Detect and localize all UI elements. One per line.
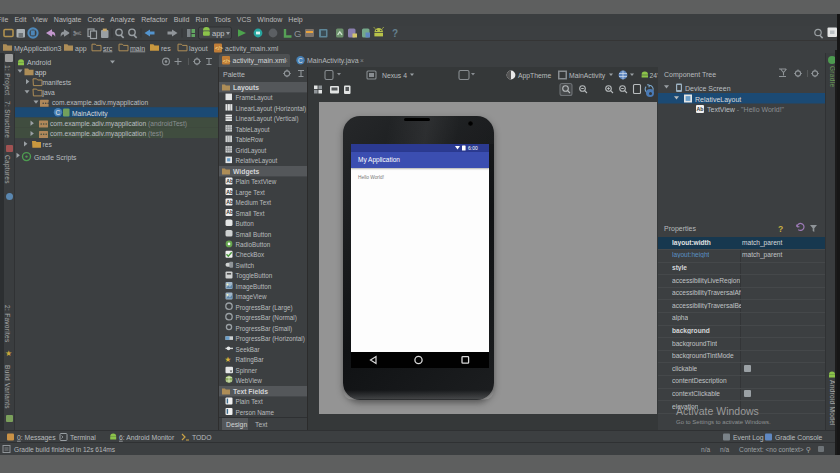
svg-text:G: G [294, 27, 301, 38]
svg-text:Component Tree: Component Tree [664, 71, 716, 79]
svg-text:Nexus 4: Nexus 4 [382, 71, 407, 78]
svg-text:Switch: Switch [236, 261, 255, 268]
svg-text:LinearLayout (Horizontal): LinearLayout (Horizontal) [236, 104, 307, 112]
svg-text:main: main [130, 44, 145, 51]
svg-text:Small Button: Small Button [236, 230, 272, 237]
svg-text:Large Text: Large Text [236, 188, 266, 196]
svg-text:Design: Design [226, 420, 247, 428]
svg-text:MainActivity: MainActivity [569, 71, 606, 79]
svg-text:layout: layout [189, 44, 208, 52]
svg-text:SeekBar: SeekBar [236, 345, 260, 352]
svg-text:src: src [103, 44, 113, 51]
svg-text:ProgressBar (Horizontal): ProgressBar (Horizontal) [236, 335, 305, 343]
svg-text:Event Log: Event Log [733, 434, 764, 442]
svg-text:app: app [35, 69, 46, 77]
svg-text:Layouts: Layouts [233, 83, 259, 91]
svg-text:app: app [75, 44, 87, 52]
svg-text:AppTheme: AppTheme [518, 71, 551, 79]
svg-text:Small Text: Small Text [236, 209, 265, 216]
svg-text:Widgets: Widgets [233, 167, 260, 175]
svg-text:CheckBox: CheckBox [236, 251, 266, 258]
svg-text:ProgressBar (Small): ProgressBar (Small) [236, 324, 293, 332]
svg-text:MyApplication3: MyApplication3 [14, 44, 62, 52]
svg-text:manifests: manifests [43, 79, 72, 86]
svg-text:Text Fields: Text Fields [233, 387, 268, 394]
svg-text:com.example.adiv.myapplication: com.example.adiv.myapplication (androidT… [50, 120, 187, 128]
svg-text:MainActivity: MainActivity [72, 110, 108, 118]
svg-text:ImageView: ImageView [236, 293, 267, 301]
svg-text:Ab: Ab [226, 209, 233, 215]
svg-text:6: Android Monitor: 6: Android Monitor [119, 434, 175, 441]
svg-text:</>: </> [223, 58, 231, 64]
svg-text:Medium Text: Medium Text [236, 199, 272, 206]
svg-text:×: × [284, 57, 288, 64]
svg-text:TODO: TODO [192, 434, 212, 441]
svg-text:GridLayout: GridLayout [236, 146, 267, 154]
svg-text:ProgressBar (Large): ProgressBar (Large) [236, 303, 293, 311]
svg-text:Spinner: Spinner [236, 366, 258, 374]
svg-text:RelativeLayout: RelativeLayout [236, 157, 278, 165]
svg-text:Plain TextView: Plain TextView [236, 178, 277, 185]
svg-text:res: res [43, 141, 53, 148]
svg-text:0: Messages: 0: Messages [17, 434, 56, 442]
svg-text:RelativeLayout: RelativeLayout [695, 96, 741, 104]
svg-text:TableLayout: TableLayout [236, 125, 270, 133]
svg-text:×: × [360, 57, 364, 64]
svg-text:FrameLayout: FrameLayout [236, 94, 273, 102]
svg-text:app: app [212, 29, 225, 38]
svg-text:Plain Text: Plain Text [236, 398, 263, 405]
svg-text:Ab: Ab [226, 188, 233, 194]
svg-text:Gradle Scripts: Gradle Scripts [34, 154, 77, 162]
svg-text:Android: Android [27, 59, 51, 66]
svg-text:Button: Button [236, 220, 255, 227]
svg-text:?: ? [778, 224, 783, 234]
svg-text:Gradle Console: Gradle Console [775, 434, 822, 441]
svg-text:C: C [298, 57, 303, 64]
svg-text:res: res [161, 44, 171, 51]
svg-text:java: java [42, 89, 56, 97]
svg-text:LinearLayout (Vertical): LinearLayout (Vertical) [236, 115, 299, 123]
svg-text:Ab: Ab [697, 106, 704, 112]
svg-text:★: ★ [225, 355, 232, 364]
svg-text:activity_main.xml: activity_main.xml [225, 44, 279, 52]
svg-text:Device Screen: Device Screen [685, 85, 731, 92]
svg-text:C: C [56, 109, 61, 116]
svg-text:TextView - "Hello World!": TextView - "Hello World!" [707, 106, 785, 113]
svg-text:Palette: Palette [223, 70, 245, 77]
svg-text:✄: ✄ [73, 27, 82, 38]
svg-text:com.example.adiv.myapplication: com.example.adiv.myapplication [52, 99, 148, 107]
svg-text:24: 24 [650, 71, 658, 78]
svg-text:6:00: 6:00 [468, 145, 478, 151]
svg-text:</>: </> [215, 45, 223, 51]
svg-text:?: ? [392, 28, 398, 39]
svg-text:WebView: WebView [236, 377, 263, 384]
svg-text:activity_main.xml: activity_main.xml [233, 57, 287, 65]
svg-text:Person Name: Person Name [236, 408, 275, 415]
svg-text:Terminal: Terminal [70, 434, 96, 441]
svg-text:TableRow: TableRow [236, 136, 264, 143]
svg-text:⚲: ⚲ [806, 446, 811, 453]
svg-text:ImageButton: ImageButton [236, 282, 272, 290]
svg-text:com.example.adiv.myapplication: com.example.adiv.myapplication (test) [50, 130, 163, 138]
svg-text:n/a n/a Context: <no context: n/a n/a Context: <no context> [701, 446, 804, 453]
svg-text:Properties: Properties [664, 225, 696, 233]
svg-text:ProgressBar (Normal): ProgressBar (Normal) [236, 314, 297, 322]
svg-text:Gradle build finished in 12s 6: Gradle build finished in 12s 614ms [14, 446, 116, 453]
svg-text:Ab: Ab [226, 178, 233, 184]
svg-text:MainActivity.java: MainActivity.java [307, 57, 359, 65]
svg-text:RatingBar: RatingBar [236, 356, 264, 364]
svg-text:RadioButton: RadioButton [236, 240, 271, 247]
svg-text:ToggleButton: ToggleButton [236, 272, 273, 280]
svg-text:Ab: Ab [226, 198, 233, 204]
svg-text:Text: Text [255, 420, 268, 427]
